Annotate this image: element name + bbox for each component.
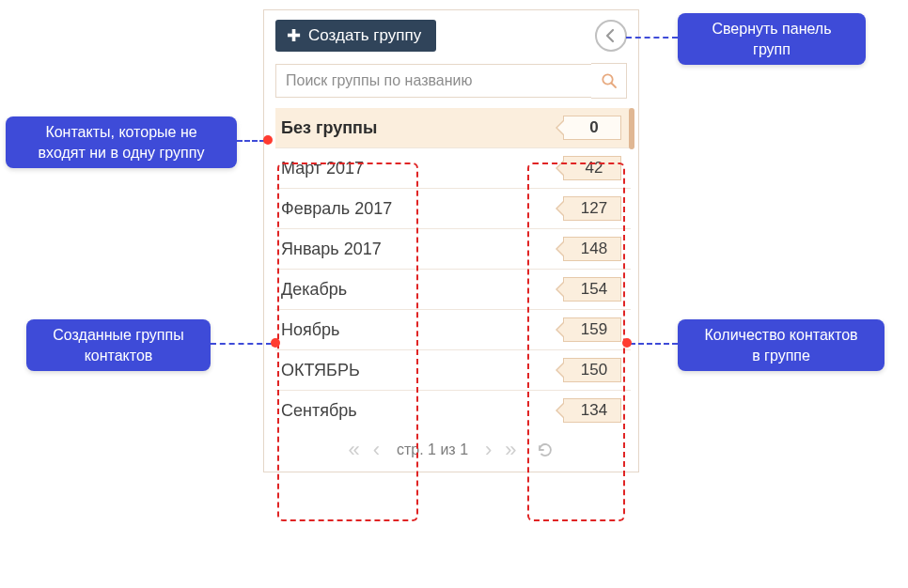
- pager: « ‹ стр. 1 из 1 › »: [264, 430, 638, 466]
- pager-last-icon[interactable]: »: [505, 440, 516, 460]
- group-name: Ноябрь: [281, 320, 339, 340]
- panel-header: ✚ Создать группу: [264, 10, 638, 55]
- callout-leader: [211, 343, 272, 345]
- pager-refresh-button[interactable]: [536, 441, 555, 459]
- pager-next-icon[interactable]: ›: [485, 440, 492, 460]
- ungrouped-label: Без группы: [281, 118, 377, 138]
- list-item[interactable]: Декабрь 154: [275, 270, 631, 310]
- plus-icon: ✚: [287, 27, 301, 44]
- ungrouped-count: 0: [563, 116, 621, 140]
- group-count: 148: [563, 237, 621, 261]
- search-button[interactable]: [591, 63, 627, 99]
- group-count: 154: [563, 277, 621, 302]
- svg-line-1: [611, 84, 616, 88]
- group-name: Сентябрь: [281, 401, 357, 421]
- callout-ungrouped: Контакты, которые не входят ни в одну гр…: [6, 116, 237, 168]
- group-name: Декабрь: [281, 280, 347, 300]
- callout-collapse-panel: Свернуть панель групп: [678, 13, 866, 65]
- pager-label: стр. 1 из 1: [393, 441, 472, 458]
- group-name: Февраль 2017: [281, 199, 392, 219]
- search-icon: [601, 72, 618, 89]
- search-input[interactable]: [275, 64, 591, 98]
- list-item[interactable]: Февраль 2017 127: [275, 189, 631, 229]
- group-count: 127: [563, 196, 621, 221]
- search-row: [264, 55, 638, 108]
- group-name: ОКТЯБРЬ: [281, 361, 360, 380]
- scrollbar[interactable]: [629, 108, 634, 149]
- callout-dot-icon: [622, 338, 632, 348]
- pager-first-icon[interactable]: «: [348, 440, 359, 460]
- list-item[interactable]: Март 2017 42: [275, 148, 631, 189]
- group-count: 134: [563, 398, 621, 423]
- refresh-icon: [536, 441, 555, 459]
- chevron-left-icon: [603, 28, 618, 43]
- group-count: 42: [563, 156, 621, 180]
- callout-dot-icon: [263, 135, 273, 145]
- list-item[interactable]: ОКТЯБРЬ 150: [275, 350, 631, 391]
- callout-leader: [626, 37, 678, 39]
- groups-panel: ✚ Создать группу Без группы 0 Март 2017 …: [263, 9, 639, 472]
- callout-leader: [237, 140, 265, 142]
- create-group-label: Создать группу: [308, 26, 421, 45]
- group-name: Январь 2017: [281, 240, 382, 259]
- callout-contact-count: Количество контактов в группе: [678, 319, 885, 371]
- callout-dot-icon: [271, 338, 280, 348]
- callout-leader: [630, 343, 678, 345]
- group-name: Март 2017: [281, 159, 364, 178]
- group-count: 159: [563, 317, 621, 342]
- group-count: 150: [563, 358, 621, 382]
- collapse-panel-button[interactable]: [595, 20, 627, 52]
- callout-created-groups: Созданные группы контактов: [26, 319, 211, 371]
- groups-list: Без группы 0 Март 2017 42 Февраль 2017 1…: [264, 108, 638, 430]
- list-item[interactable]: Сентябрь 134: [275, 391, 631, 430]
- list-item[interactable]: Ноябрь 159: [275, 310, 631, 350]
- create-group-button[interactable]: ✚ Создать группу: [275, 20, 436, 52]
- list-item[interactable]: Январь 2017 148: [275, 229, 631, 270]
- ungrouped-row[interactable]: Без группы 0: [275, 108, 631, 148]
- pager-prev-icon[interactable]: ‹: [373, 440, 380, 460]
